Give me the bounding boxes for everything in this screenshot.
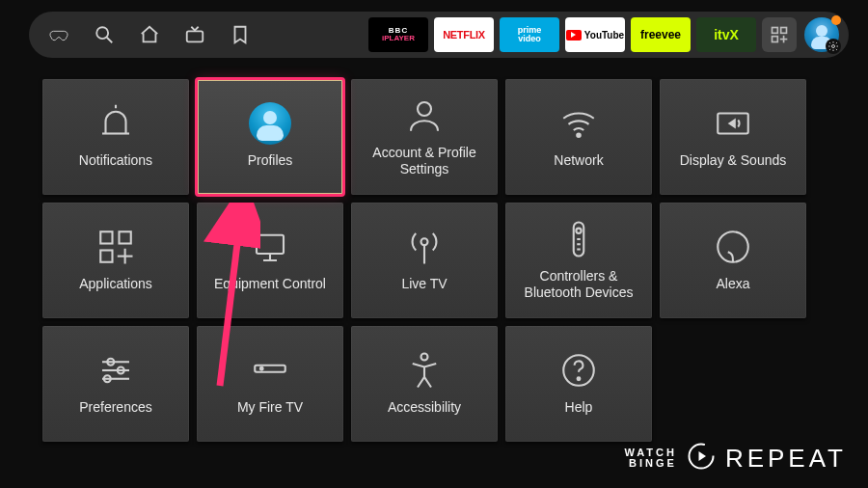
tile-my-fire-tv[interactable]: My Fire TV [197,326,343,442]
firetv-icon [250,351,290,390]
svg-rect-2 [187,31,203,41]
watermark: WATCH BINGE REPEAT [624,442,847,474]
tile-label: Network [546,152,610,170]
svg-point-10 [577,134,581,138]
settings-grid: Notifications Profiles Account & Profile… [42,79,806,442]
svg-line-1 [107,38,113,43]
tile-label: My Fire TV [230,399,311,417]
remote-icon [558,220,599,258]
tile-label: Accessibility [380,399,469,417]
live-tv-icon[interactable] [184,24,205,45]
tile-accessibility[interactable]: Accessibility [351,326,498,442]
svg-point-33 [421,354,428,361]
sliders-icon [95,351,136,390]
chip-label: NETFLIX [443,29,485,41]
tile-account-profile-settings[interactable]: Account & Profile Settings [351,79,498,195]
app-netflix[interactable]: NETFLIX [434,17,494,52]
antenna-icon [404,228,445,266]
svg-rect-5 [773,37,778,42]
tile-equipment-control[interactable]: Equipment Control [197,203,343,318]
repeat-icon [687,442,716,474]
tile-profiles[interactable]: Profiles [197,79,343,195]
tile-label: Controllers & Bluetooth Devices [505,268,652,302]
notification-dot-icon [831,15,841,25]
settings-gear-icon [826,39,841,54]
tile-label: Alexa [708,276,757,293]
svg-point-18 [421,239,428,246]
profile-avatar-icon [249,104,291,143]
watermark-line2: BINGE [629,458,677,469]
youtube-play-icon [566,30,582,41]
svg-point-32 [260,367,263,370]
chip-label: BBC [389,27,408,35]
accessibility-icon [404,351,445,390]
top-navigation: BBC iPLAYER NETFLIX prime video YouTube … [29,12,849,58]
tile-preferences[interactable]: Preferences [42,326,189,442]
svg-point-0 [96,27,108,39]
app-bbc-iplayer[interactable]: BBC iPLAYER [368,17,428,52]
tile-help[interactable]: Help [505,326,652,442]
app-prime-video[interactable]: prime video [500,17,559,52]
tile-label: Preferences [71,399,159,417]
tile-label: Display & Sounds [672,152,795,170]
svg-rect-3 [773,28,778,34]
app-shortcuts: BBC iPLAYER NETFLIX prime video YouTube … [368,17,756,52]
tile-label: Profiles [240,152,301,170]
tile-label: Equipment Control [206,276,334,293]
search-icon[interactable] [94,24,115,45]
app-freevee[interactable]: freevee [631,17,691,52]
monitor-icon [250,228,290,266]
tile-label: Account & Profile Settings [351,145,498,178]
svg-rect-4 [781,28,787,34]
chip-label: prime [518,26,542,35]
tile-label: Help [557,399,601,417]
svg-point-8 [832,45,835,48]
tile-controllers-bluetooth[interactable]: Controllers & Bluetooth Devices [505,203,652,318]
tile-notifications[interactable]: Notifications [42,79,189,195]
tile-network[interactable]: Network [505,79,652,195]
svg-point-20 [576,228,581,232]
bell-icon [95,104,136,143]
display-icon [713,104,753,143]
tile-display-sounds[interactable]: Display & Sounds [660,79,806,195]
game-icon[interactable] [48,24,69,45]
svg-rect-14 [100,251,112,262]
all-apps-button[interactable] [762,17,797,52]
tile-alexa[interactable]: Alexa [660,203,806,318]
watermark-word: REPEAT [725,444,847,474]
apps-icon [95,228,136,266]
tile-live-tv[interactable]: Live TV [351,203,498,318]
watermark-text: WATCH BINGE [624,447,677,469]
tile-label: Applications [71,276,160,293]
person-icon [404,96,445,135]
tile-label: Live TV [393,276,454,293]
tile-label: Notifications [71,152,160,170]
chip-label: freevee [640,28,681,41]
alexa-icon [713,228,753,266]
svg-rect-12 [100,232,112,244]
svg-rect-13 [120,232,131,244]
app-itvx[interactable]: itvX [696,17,756,52]
wifi-icon [558,104,599,143]
chip-label: itvX [714,27,739,42]
svg-point-35 [578,378,581,381]
svg-rect-17 [257,235,284,254]
help-icon [558,351,599,390]
svg-point-9 [418,102,431,116]
home-icon[interactable] [139,24,160,45]
tile-applications[interactable]: Applications [42,203,189,318]
profile-button[interactable] [804,17,839,52]
chip-label: video [518,35,541,43]
chip-label: iPLAYER [382,35,415,42]
app-youtube[interactable]: YouTube [565,17,625,52]
nav-icon-group [48,24,251,45]
bookmark-icon[interactable] [230,24,251,45]
chip-label: YouTube [584,30,624,41]
